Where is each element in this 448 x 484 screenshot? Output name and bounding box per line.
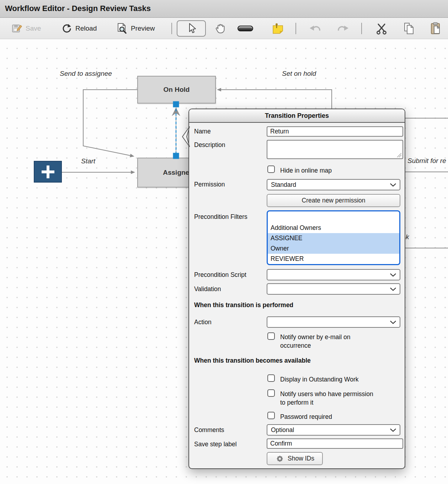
preview-label: Preview — [131, 25, 155, 32]
hide-in-online-map-label: Hide in online map — [280, 166, 332, 175]
toolbar-separator — [295, 23, 296, 34]
save-label: Save — [26, 25, 41, 32]
precondition-script-select[interactable] — [267, 269, 400, 280]
pointer-cursor-icon — [186, 22, 197, 35]
list-option-additional-owners[interactable]: Additional Owners — [268, 223, 399, 233]
copy-icon — [403, 22, 415, 35]
pan-tool[interactable] — [214, 18, 226, 39]
resize-handle-icon[interactable] — [397, 153, 402, 158]
name-input[interactable] — [267, 126, 403, 137]
transition-properties-dialog: Transition Properties Name Description H… — [188, 109, 405, 469]
cut-button[interactable] — [375, 18, 388, 39]
add-step-tool[interactable] — [238, 18, 253, 39]
add-note-tool[interactable] — [272, 18, 284, 39]
description-label: Description — [194, 141, 225, 149]
permission-value: Standard — [271, 181, 296, 188]
chevron-down-icon — [390, 288, 396, 291]
toolbar: Save Reload Preview — [0, 18, 448, 39]
hide-in-online-map-checkbox[interactable] — [267, 165, 275, 173]
list-option-reviewer[interactable]: REVIEWER — [268, 254, 399, 264]
save-step-label-input[interactable] — [267, 438, 403, 449]
redo-button[interactable] — [337, 18, 350, 39]
password-required-checkbox[interactable] — [267, 412, 275, 419]
section-when-available: When this transition becomes available — [194, 357, 311, 364]
list-option-assignee[interactable]: ASSIGNEE — [268, 233, 399, 243]
chevron-down-icon — [390, 428, 396, 432]
dialog-titlebar[interactable]: Transition Properties — [189, 109, 405, 123]
password-required-label: Password required — [280, 412, 332, 421]
chevron-down-icon — [390, 183, 396, 187]
reload-button[interactable]: Reload — [61, 18, 97, 39]
notify-users-checkbox[interactable] — [267, 389, 275, 397]
notify-owner-label: Notify owner by e-mail on occurrence — [280, 333, 369, 350]
show-ids-label: Show IDs — [288, 455, 314, 462]
create-new-permission-label: Create new permission — [302, 197, 366, 204]
action-label: Action — [194, 319, 212, 326]
transition-endpoint-handle-bottom[interactable] — [173, 153, 179, 159]
permission-select[interactable]: Standard — [267, 179, 400, 190]
display-outstanding-work-label: Display in Outstanding Work — [280, 375, 358, 384]
redo-icon — [337, 23, 350, 33]
reload-icon — [61, 23, 72, 34]
transition-return-selected[interactable] — [172, 101, 180, 159]
name-label: Name — [194, 128, 211, 135]
pointer-tool-selected[interactable] — [177, 20, 206, 37]
show-ids-button[interactable]: Show IDs — [267, 452, 323, 465]
window-titlebar: Workflow Editor - Design Review Tasks — [0, 0, 448, 18]
description-textarea[interactable] — [267, 140, 403, 159]
display-outstanding-work-checkbox[interactable] — [267, 374, 275, 382]
transition-endpoint-handle-top[interactable] — [173, 101, 179, 107]
section-when-performed: When this transition is performed — [194, 301, 293, 309]
page-title: Workflow Editor - Design Review Tasks — [0, 0, 448, 17]
chevron-down-icon — [390, 321, 396, 324]
save-button[interactable]: Save — [11, 18, 41, 39]
toolbar-separator — [361, 23, 362, 34]
notify-owner-checkbox[interactable] — [267, 332, 275, 340]
hand-icon — [214, 23, 226, 34]
comments-select[interactable]: Optional — [267, 424, 400, 436]
toolbar-separator — [171, 23, 172, 34]
paste-icon — [430, 22, 441, 35]
notify-users-label: Notify users who have permission to perf… — [280, 390, 377, 407]
gear-icon — [275, 454, 284, 463]
dialog-title: Transition Properties — [265, 112, 329, 120]
list-option-blank[interactable] — [268, 212, 399, 223]
paste-button[interactable] — [430, 18, 441, 39]
comments-label: Comments — [194, 426, 224, 434]
transition-set-on-hold[interactable] — [221, 90, 332, 109]
permission-label: Permission — [194, 181, 225, 188]
undo-icon — [309, 23, 321, 33]
precondition-script-label: Precondition Script — [194, 271, 246, 279]
precondition-filters-label: Precondition Filters — [194, 213, 247, 221]
dialog-callout-pointer — [182, 126, 190, 147]
reload-label: Reload — [75, 25, 97, 32]
validation-select[interactable] — [267, 283, 400, 295]
save-step-label-label: Save step label — [194, 441, 237, 448]
list-option-owner[interactable]: Owner — [268, 243, 399, 254]
chevron-down-icon — [390, 273, 396, 277]
transition-send-to-assignee[interactable] — [83, 90, 137, 156]
step-shape-icon — [238, 26, 253, 31]
preview-button[interactable]: Preview — [117, 18, 155, 39]
copy-button[interactable] — [403, 18, 415, 39]
precondition-filters-listbox[interactable]: Additional Owners ASSIGNEE Owner REVIEWE… — [267, 210, 400, 265]
action-select[interactable] — [267, 316, 400, 328]
sticky-note-icon — [272, 23, 284, 34]
save-icon — [11, 23, 22, 34]
preview-icon — [117, 23, 127, 34]
scissors-icon — [375, 22, 388, 35]
undo-button[interactable] — [309, 18, 321, 39]
validation-label: Validation — [194, 285, 221, 293]
comments-value: Optional — [271, 426, 294, 433]
create-new-permission-button[interactable]: Create new permission — [267, 194, 400, 207]
